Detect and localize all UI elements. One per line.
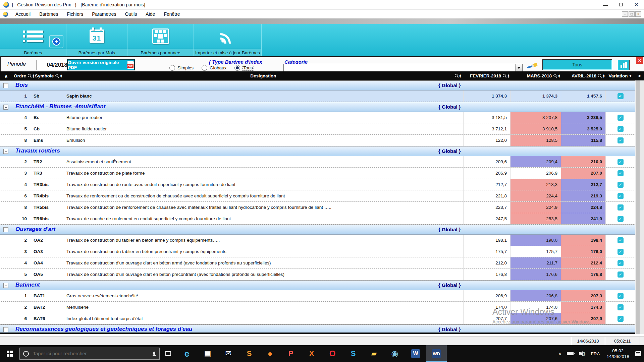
close-button[interactable]: ✕ <box>629 0 644 9</box>
column-header-variation[interactable]: Variation ▼ <box>606 71 635 80</box>
menu-item-aide[interactable]: Aide <box>141 10 159 18</box>
radio-option-tous[interactable]: Tous <box>234 65 254 71</box>
variation-checkbox[interactable]: ✓ <box>618 204 624 210</box>
search-icon[interactable] <box>598 74 602 78</box>
chart-button[interactable] <box>618 60 630 70</box>
group-row-etanch-it-bitumes-mulsifiant[interactable]: −Etanchéité - Bitumes -émulsifiant{ Glob… <box>0 102 635 112</box>
combobox-arrow-button[interactable] <box>515 64 522 72</box>
group-row-bois[interactable]: −Bois{ Global } <box>0 80 635 90</box>
language-indicator[interactable]: FRA <box>587 345 603 362</box>
mdi-minimize-button[interactable]: – <box>622 11 628 17</box>
start-button[interactable] <box>0 345 19 362</box>
toolbar-button-bar-mes-par-mois[interactable]: 31Barèmes par Mois <box>66 24 127 56</box>
table-row[interactable]: 1SbSapin blanc1 374,31 374,31 457,6✓ <box>0 90 635 102</box>
menu-item-outils[interactable]: Outils <box>121 10 142 18</box>
table-row[interactable]: 3TR3Travaux de construction de plate for… <box>0 168 635 179</box>
table-row[interactable]: 10TR6bisTravaux de couche de roulement e… <box>0 213 635 225</box>
firefox-icon[interactable]: ● <box>260 345 280 362</box>
table-row[interactable]: 8TR5bisTravaux de construction de renfor… <box>0 202 635 213</box>
column-header-designation[interactable]: Designation ▴▾ <box>63 71 464 80</box>
store-icon[interactable]: ▤ <box>197 345 218 362</box>
group-row-travaux-routiers[interactable]: −Travaux routiers{ Global } <box>0 146 635 156</box>
collapse-all-button[interactable]: ∧ <box>0 71 12 80</box>
variation-checkbox[interactable]: ✓ <box>618 193 624 199</box>
column-header-ordre[interactable]: Ordre ▴▾ <box>12 71 30 80</box>
explorer-icon[interactable]: ▰ <box>364 345 384 362</box>
radio-icon[interactable] <box>234 65 240 71</box>
collapse-icon[interactable]: − <box>3 227 8 232</box>
toolbar-button-bar-mes-par-annee[interactable]: Barèmes par annee <box>127 24 194 56</box>
search-icon[interactable] <box>502 74 506 78</box>
edge-icon[interactable]: e <box>176 345 197 362</box>
notification-center-button[interactable] <box>633 345 644 362</box>
taskbar-search[interactable] <box>19 348 160 360</box>
search-icon[interactable] <box>28 74 32 78</box>
column-header-mars[interactable]: MARS-2018 ▴▾ <box>511 71 561 80</box>
search-icon[interactable] <box>55 74 59 78</box>
group-row-batiment[interactable]: −Batiment{ Global } <box>0 280 635 290</box>
tous-filter-button[interactable]: Tous <box>542 59 612 70</box>
radio-option-simples[interactable]: Simples <box>169 65 194 71</box>
toolbar-button-importer-et-mise-jour-bar-mes[interactable]: Importer et mise à jour Barèmes <box>194 24 262 56</box>
collapse-icon[interactable]: − <box>3 105 8 110</box>
radio-icon[interactable] <box>202 65 207 71</box>
menu-item-parametres[interactable]: Parametres <box>88 10 120 18</box>
group-row-reconnaissances-geologiques-et-geotechniques-et-forages-d-eau[interactable]: −Reconnaissances geologiques et geotechn… <box>0 324 635 333</box>
mdi-restore-button[interactable] <box>629 11 635 17</box>
collapse-icon[interactable]: − <box>3 327 8 332</box>
menu-item-accueil[interactable]: Accueil <box>11 10 35 18</box>
table-row[interactable]: 6TR4bisTravaux de renforcement ou de con… <box>0 190 635 202</box>
radio-option-globaux[interactable]: Globaux <box>202 65 226 71</box>
vertical-scrollbar[interactable] <box>635 80 644 334</box>
variation-checkbox[interactable]: ✓ <box>618 293 624 299</box>
opera-icon[interactable]: O <box>322 345 343 362</box>
variation-checkbox[interactable]: ✓ <box>618 93 624 99</box>
skype-icon[interactable]: S <box>343 345 364 362</box>
variation-checkbox[interactable]: ✓ <box>618 137 624 143</box>
variation-checkbox[interactable]: ✓ <box>618 260 624 266</box>
variation-checkbox[interactable]: ✓ <box>618 249 624 255</box>
windev-icon[interactable]: WD <box>426 345 447 362</box>
table-row[interactable]: 1BAT1Gros-oeuvre-revêtement-etanchéité20… <box>0 290 635 302</box>
variation-checkbox[interactable]: ✓ <box>618 115 624 121</box>
table-row[interactable]: 2OA2Travaux de construction du tablier e… <box>0 235 635 246</box>
filter-icon[interactable]: ▼ <box>629 74 632 78</box>
tray-chevron-icon[interactable]: ∧ <box>555 345 564 362</box>
table-row[interactable]: 6BAT6Index global bâtiment tout corps d'… <box>0 313 635 324</box>
table-row[interactable]: 5CbBitume fluide routier3 712,13 910,53 … <box>0 123 635 135</box>
task-view-button[interactable] <box>160 345 176 362</box>
column-header-avril[interactable]: AVRIL-2018 ▴▾ <box>561 71 606 80</box>
maximize-button[interactable] <box>613 0 629 9</box>
table-row[interactable]: 5OA5Travaux de construction d'un ouvrage… <box>0 269 635 280</box>
table-row[interactable]: 8EmsEmulsion122,0128,5115,8✓ <box>0 135 635 146</box>
table-row[interactable]: 2BAT2Menuiserie174,0174,0174,3✓ <box>0 302 635 313</box>
group-row-ouvrages-d-art[interactable]: −Ouvrages d'art{ Global } <box>0 225 635 235</box>
microphone-icon[interactable] <box>153 352 156 356</box>
tray-clock[interactable]: 05:02 14/06/2018 <box>603 348 633 359</box>
menu-item-fen-tre[interactable]: Fenêtre <box>159 10 184 18</box>
table-row[interactable]: 4OA4Travaux de construction d'un ouvrage… <box>0 257 635 269</box>
column-header-symbole[interactable]: Symbole ▴▾ <box>30 71 63 80</box>
variation-checkbox[interactable]: ✓ <box>618 126 624 132</box>
radio-icon[interactable] <box>169 65 175 71</box>
xampp-icon[interactable]: X <box>301 345 322 362</box>
column-header-fevrier[interactable]: FEVRIER-2018 ▴▾ <box>464 71 511 80</box>
variation-checkbox[interactable]: ✓ <box>618 316 624 322</box>
variation-checkbox[interactable]: ✓ <box>618 304 624 310</box>
search-icon[interactable] <box>454 74 459 78</box>
categorie-combobox[interactable] <box>283 64 523 72</box>
pdf-app-icon[interactable]: P <box>280 345 301 362</box>
variation-checkbox[interactable]: ✓ <box>618 237 624 243</box>
variation-checkbox[interactable]: ✓ <box>618 216 624 222</box>
search-input[interactable] <box>32 351 149 357</box>
collapse-icon[interactable]: − <box>3 83 8 88</box>
word-icon[interactable]: W <box>405 345 426 362</box>
toolbar-button-bar-mes[interactable]: +Barèmes <box>0 24 66 56</box>
brush-icon[interactable] <box>526 60 540 71</box>
variation-checkbox[interactable]: ✓ <box>618 159 624 165</box>
periode-value[interactable]: 04/2018 <box>36 60 70 70</box>
table-row[interactable]: 2TR2Assainissement et soutÊnement209,620… <box>0 156 635 168</box>
search-icon[interactable] <box>553 74 557 78</box>
menu-item-fichiers[interactable]: Fichiers <box>62 10 88 18</box>
table-row[interactable]: 3OA3Travaux de construction du tablier e… <box>0 246 635 257</box>
